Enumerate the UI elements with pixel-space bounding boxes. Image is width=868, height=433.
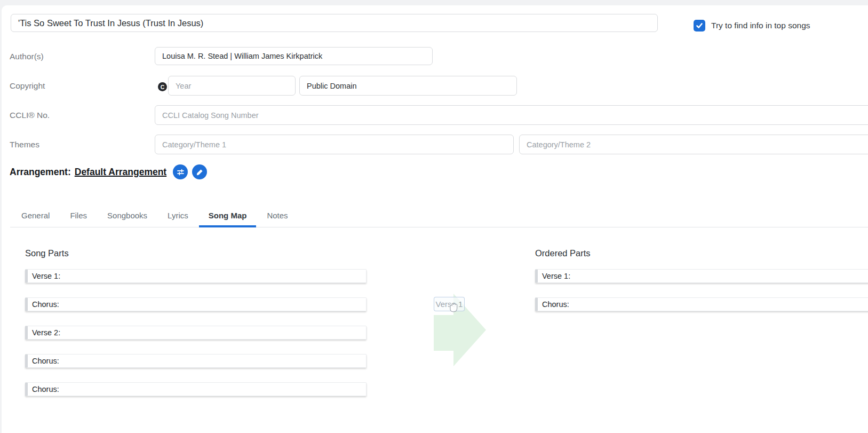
copyright-label: Copyright: [10, 81, 45, 91]
copyright-year-input[interactable]: [168, 76, 296, 96]
tab-files[interactable]: Files: [60, 211, 97, 227]
tab-general[interactable]: General: [12, 211, 59, 227]
find-info-checkbox-row[interactable]: Try to find info in top songs: [694, 20, 810, 32]
song-part-card[interactable]: Chorus:: [25, 382, 367, 396]
ordered-parts-heading: Ordered Parts: [535, 248, 591, 258]
pencil-icon: [196, 168, 204, 176]
tab-songbooks[interactable]: Songbooks: [98, 211, 157, 227]
ordered-part-card[interactable]: Chorus:: [535, 297, 868, 311]
ccli-number-input[interactable]: [155, 105, 868, 125]
arrangement-edit-button[interactable]: [192, 164, 207, 179]
song-part-card[interactable]: Verse 2:: [25, 326, 367, 340]
checkbox-checked-icon[interactable]: [694, 20, 705, 32]
ordered-part-card[interactable]: Verse 1:: [535, 269, 868, 283]
tab-bar: General Files Songbooks Lyrics Song Map …: [10, 203, 868, 227]
theme2-input[interactable]: [519, 135, 868, 154]
tab-lyrics[interactable]: Lyrics: [158, 211, 198, 227]
song-part-card[interactable]: Chorus:: [25, 297, 367, 311]
copyright-holder-input[interactable]: [299, 76, 517, 96]
ccli-label: CCLI® No.: [10, 111, 50, 120]
arrangement-settings-button[interactable]: [173, 164, 188, 179]
theme1-input[interactable]: [155, 135, 514, 154]
copyright-icon: C: [158, 82, 167, 91]
themes-label: Themes: [10, 140, 39, 149]
tab-song-map[interactable]: Song Map: [199, 211, 257, 227]
song-title-input[interactable]: [11, 14, 658, 32]
tab-notes[interactable]: Notes: [257, 211, 297, 227]
song-part-card[interactable]: Chorus:: [25, 354, 367, 368]
sliders-icon: [176, 168, 185, 177]
arrangement-name-link[interactable]: Default Arrangement: [75, 167, 166, 178]
arrangement-label: Arrangement:: [10, 167, 71, 178]
arrangement-row: Arrangement: Default Arrangement: [10, 164, 207, 179]
checkmark-icon: [696, 22, 703, 29]
song-parts-heading: Song Parts: [25, 248, 69, 258]
song-editor-panel: Try to find info in top songs Author(s) …: [2, 5, 868, 433]
authors-label: Author(s): [10, 52, 44, 61]
drag-ghost-chip[interactable]: Verse 1: [434, 297, 465, 311]
authors-input[interactable]: [155, 47, 433, 65]
song-part-card[interactable]: Verse 1:: [25, 269, 367, 283]
find-info-checkbox-label: Try to find info in top songs: [711, 21, 810, 30]
